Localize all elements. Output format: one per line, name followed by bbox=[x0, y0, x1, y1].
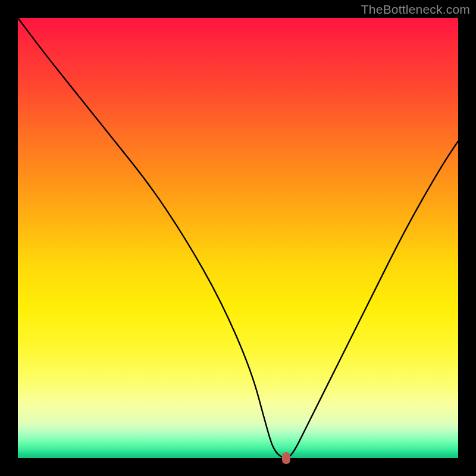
bottleneck-curve bbox=[18, 18, 458, 458]
source-watermark: TheBottleneck.com bbox=[361, 2, 470, 17]
plot-area bbox=[18, 18, 458, 458]
optimal-balance-marker bbox=[282, 452, 290, 464]
